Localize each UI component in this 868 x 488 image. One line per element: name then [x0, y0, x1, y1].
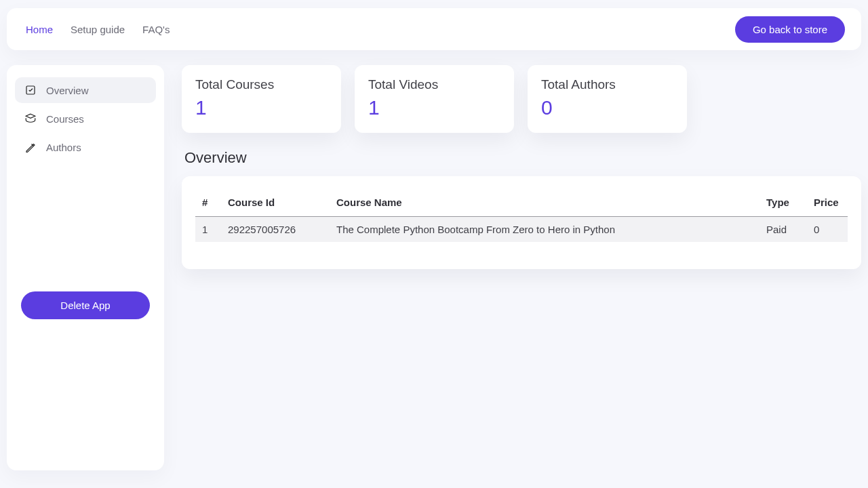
- sidebar-item-overview[interactable]: Overview: [15, 77, 156, 103]
- stat-value: 0: [541, 96, 673, 119]
- section-title: Overview: [184, 149, 861, 167]
- courses-table: # Course Id Course Name Type Price 1 292…: [195, 191, 848, 242]
- stat-title: Total Videos: [368, 77, 500, 92]
- sidebar-item-authors[interactable]: Authors: [15, 134, 156, 160]
- nav-faqs[interactable]: FAQ's: [142, 24, 170, 35]
- col-header-price: Price: [807, 191, 848, 217]
- col-header-id: Course Id: [221, 191, 330, 217]
- sidebar: Overview Courses Authors Delete App: [7, 65, 164, 470]
- stat-title: Total Authors: [541, 77, 673, 92]
- sidebar-item-label: Courses: [46, 113, 84, 125]
- table-row[interactable]: 1 292257005726 The Complete Python Bootc…: [195, 217, 848, 243]
- stat-title: Total Courses: [195, 77, 328, 92]
- sidebar-item-label: Authors: [46, 142, 81, 153]
- col-header-num: #: [195, 191, 221, 217]
- overview-icon: [24, 84, 37, 96]
- top-bar: Home Setup guide FAQ's Go back to store: [7, 8, 861, 50]
- authors-icon: [24, 141, 37, 153]
- stat-card-total-videos: Total Videos 1: [355, 65, 514, 133]
- cell-name: The Complete Python Bootcamp From Zero t…: [330, 217, 760, 243]
- nav-home[interactable]: Home: [26, 24, 53, 35]
- cell-id: 292257005726: [221, 217, 330, 243]
- cell-price: 0: [807, 217, 848, 243]
- stat-card-total-courses: Total Courses 1: [182, 65, 341, 133]
- go-back-to-store-button[interactable]: Go back to store: [735, 16, 845, 43]
- stats-row: Total Courses 1 Total Videos 1 Total Aut…: [182, 65, 861, 133]
- col-header-name: Course Name: [330, 191, 760, 217]
- stat-value: 1: [368, 96, 500, 119]
- delete-app-button[interactable]: Delete App: [21, 291, 150, 319]
- main-content: Total Courses 1 Total Videos 1 Total Aut…: [182, 65, 861, 470]
- col-header-type: Type: [760, 191, 807, 217]
- top-nav: Home Setup guide FAQ's: [26, 24, 170, 35]
- table-header-row: # Course Id Course Name Type Price: [195, 191, 848, 217]
- nav-setup-guide[interactable]: Setup guide: [71, 24, 125, 35]
- sidebar-item-courses[interactable]: Courses: [15, 106, 156, 131]
- stat-value: 1: [195, 96, 328, 119]
- stat-card-total-authors: Total Authors 0: [528, 65, 687, 133]
- courses-table-card: # Course Id Course Name Type Price 1 292…: [182, 176, 861, 269]
- courses-icon: [24, 113, 37, 125]
- cell-type: Paid: [760, 217, 807, 243]
- cell-num: 1: [195, 217, 221, 243]
- sidebar-item-label: Overview: [46, 85, 89, 96]
